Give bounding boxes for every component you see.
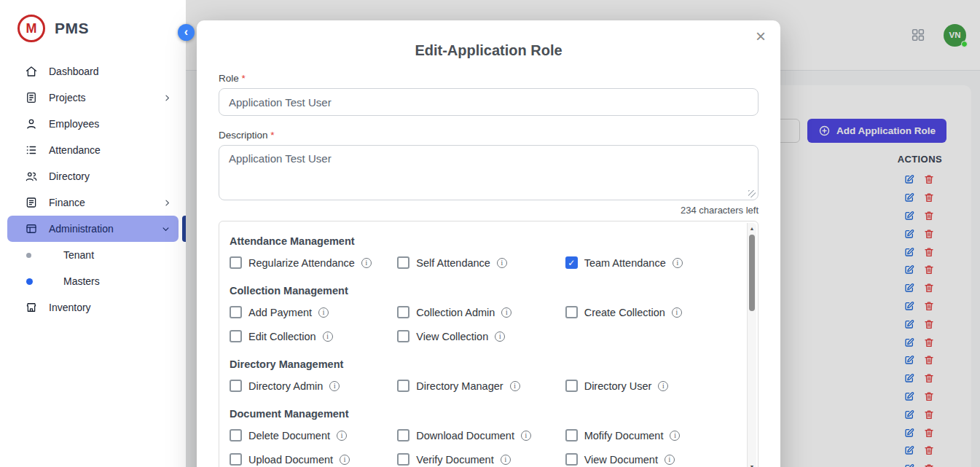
app-logo: M PMS	[0, 0, 186, 55]
info-icon[interactable]: i	[501, 455, 511, 465]
permission-collection-admin[interactable]: Collection Admini	[397, 306, 565, 318]
info-icon[interactable]: i	[510, 381, 520, 391]
sidebar-item-directory[interactable]: Directory	[0, 163, 186, 189]
permission-label: Create Collection	[584, 307, 665, 318]
checkbox-icon[interactable]	[397, 453, 409, 466]
info-icon[interactable]: i	[318, 307, 329, 318]
selected-bullet-icon	[26, 278, 33, 285]
permission-upload-document[interactable]: Upload Documenti	[230, 453, 397, 466]
checkbox-icon[interactable]	[230, 453, 242, 466]
required-asterisk: *	[270, 130, 274, 141]
permission-label: Team Attendance	[584, 257, 666, 269]
info-icon[interactable]: i	[329, 381, 340, 391]
checkbox-icon[interactable]	[230, 330, 242, 342]
sidebar-item-label: Dashboard	[49, 66, 99, 77]
permission-grid: Regularize AttendanceiSelf Attendancei✓T…	[230, 256, 733, 269]
permission-verify-document[interactable]: Verify Documenti	[397, 453, 565, 466]
sidebar-item-administration[interactable]: Administration	[7, 216, 179, 242]
info-icon[interactable]: i	[361, 258, 372, 268]
permission-add-payment[interactable]: Add Paymenti	[230, 306, 397, 318]
logo-letter: M	[26, 21, 37, 36]
checkbox-icon[interactable]	[565, 380, 578, 392]
role-input[interactable]	[219, 88, 758, 116]
permission-edit-collection[interactable]: Edit Collectioni	[230, 330, 397, 342]
checkbox-icon[interactable]	[230, 429, 242, 442]
chevron-down-icon	[160, 224, 171, 235]
permission-label: Mofify Document	[584, 430, 664, 442]
checkbox-icon[interactable]	[397, 330, 409, 342]
info-icon[interactable]: i	[495, 331, 505, 342]
permission-label: Edit Collection	[248, 331, 316, 342]
checkbox-checked-icon[interactable]: ✓	[565, 256, 578, 269]
permission-label: Directory Manager	[416, 380, 503, 392]
scroll-down-icon[interactable]: ▼	[750, 461, 755, 467]
permission-label: Self Attendance	[416, 257, 490, 269]
checkbox-icon[interactable]	[230, 306, 242, 318]
sidebar-collapse-button[interactable]: ‹	[178, 24, 195, 41]
info-icon[interactable]: i	[323, 331, 333, 342]
permission-grid: Directory AdminiDirectory ManageriDirect…	[230, 380, 733, 392]
info-icon[interactable]: i	[497, 258, 507, 268]
permission-label: Delete Document	[248, 430, 330, 442]
checkbox-icon[interactable]	[230, 256, 242, 269]
scroll-up-icon[interactable]: ▲	[750, 223, 755, 234]
sidebar-item-tenant[interactable]: Tenant	[0, 242, 186, 268]
info-icon[interactable]: i	[670, 431, 680, 441]
sidebar-nav: DashboardProjectsEmployeesAttendanceDire…	[0, 58, 186, 321]
permission-team-attendance[interactable]: ✓Team Attendancei	[565, 256, 733, 269]
sidebar-item-dashboard[interactable]: Dashboard	[0, 58, 186, 85]
permission-download-document[interactable]: Download Documenti	[397, 429, 565, 442]
checkbox-icon[interactable]	[565, 306, 578, 318]
sidebar-item-inventory[interactable]: Inventory	[0, 294, 186, 321]
permission-mofify-document[interactable]: Mofify Documenti	[565, 429, 733, 442]
info-icon[interactable]: i	[665, 455, 675, 465]
sidebar-item-label: Finance	[49, 197, 85, 208]
resize-handle-icon[interactable]	[748, 190, 756, 197]
permission-regularize-attendance[interactable]: Regularize Attendancei	[230, 256, 397, 269]
checkbox-icon[interactable]	[565, 453, 578, 466]
checkbox-icon[interactable]	[397, 256, 409, 269]
scrollbar-thumb[interactable]	[749, 235, 755, 311]
checkbox-icon[interactable]	[230, 380, 242, 392]
info-icon[interactable]: i	[340, 455, 350, 465]
permission-self-attendance[interactable]: Self Attendancei	[397, 256, 565, 269]
permission-view-document[interactable]: View Documenti	[565, 453, 733, 466]
modal-title: Edit-Application Role	[219, 42, 758, 59]
info-icon[interactable]: i	[501, 307, 511, 318]
projects-icon	[25, 91, 38, 104]
info-icon[interactable]: i	[658, 381, 668, 391]
sidebar-item-projects[interactable]: Projects	[0, 85, 186, 111]
info-icon[interactable]: i	[337, 431, 347, 441]
permission-group-title: Document Management	[230, 408, 733, 420]
sidebar-item-attendance[interactable]: Attendance	[0, 137, 186, 163]
permission-directory-admin[interactable]: Directory Admini	[230, 380, 397, 392]
checkbox-icon[interactable]	[397, 380, 409, 392]
sidebar-item-label: Attendance	[49, 144, 101, 156]
description-textarea[interactable]: Application Test User	[219, 145, 758, 200]
sidebar-item-employees[interactable]: Employees	[0, 111, 186, 137]
checkbox-icon[interactable]	[565, 429, 578, 442]
permission-view-collection[interactable]: View Collectioni	[397, 330, 565, 342]
info-icon[interactable]: i	[672, 307, 682, 318]
close-icon[interactable]: ×	[756, 28, 766, 45]
sidebar-item-label: Directory	[49, 170, 90, 182]
chevron-right-icon	[162, 93, 173, 103]
permission-directory-user[interactable]: Directory Useri	[565, 380, 733, 392]
attendance-icon	[25, 144, 38, 157]
sidebar-item-masters[interactable]: Masters	[0, 268, 186, 294]
sidebar-item-finance[interactable]: Finance	[0, 189, 186, 216]
permission-groups: Attendance ManagementRegularize Attendan…	[230, 235, 733, 466]
info-icon[interactable]: i	[673, 258, 683, 268]
permission-create-collection[interactable]: Create Collectioni	[565, 306, 733, 318]
directory-icon	[25, 170, 38, 183]
info-icon[interactable]: i	[521, 431, 531, 441]
permissions-scrollbar[interactable]: ▲ ▼	[747, 223, 756, 467]
permission-label: Directory User	[584, 380, 652, 392]
permission-label: Regularize Attendance	[248, 257, 355, 269]
permission-delete-document[interactable]: Delete Documenti	[230, 429, 397, 442]
permissions-panel: Attendance ManagementRegularize Attendan…	[219, 221, 758, 467]
permission-directory-manager[interactable]: Directory Manageri	[397, 380, 565, 392]
checkbox-icon[interactable]	[397, 306, 409, 318]
pms-logo-icon: M	[17, 15, 45, 42]
checkbox-icon[interactable]	[397, 429, 409, 442]
